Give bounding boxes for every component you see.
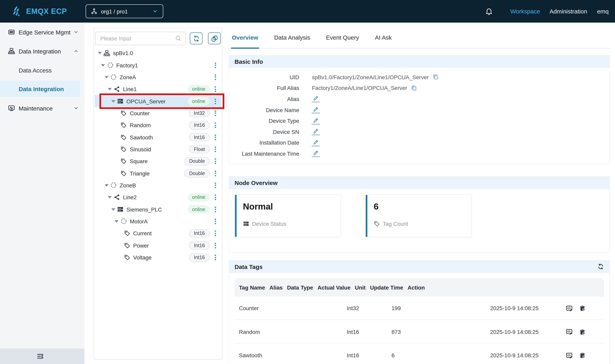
tab[interactable]: Event Query bbox=[325, 30, 360, 48]
copy-icon[interactable] bbox=[433, 74, 439, 80]
tree-node[interactable]: OPCUA_Server online bbox=[95, 95, 221, 107]
tree-sync-button[interactable] bbox=[208, 32, 221, 44]
column-header: Update Time bbox=[366, 284, 403, 291]
tab[interactable]: Data Analysis bbox=[273, 30, 311, 48]
tree-node[interactable]: ZoneB bbox=[95, 180, 221, 192]
edit-pencil-icon[interactable] bbox=[312, 117, 320, 124]
tab[interactable]: Overview bbox=[231, 30, 259, 48]
edit-pencil-icon[interactable] bbox=[312, 139, 320, 146]
edit-pencil-icon[interactable] bbox=[312, 129, 320, 135]
tree-node[interactable]: Sinusoid Float bbox=[95, 143, 221, 156]
kebab-menu-icon[interactable] bbox=[212, 243, 218, 248]
tree-node[interactable]: ZoneA bbox=[95, 71, 221, 83]
edit-value-icon[interactable] bbox=[566, 328, 573, 335]
tree-node[interactable]: Line2 online bbox=[95, 191, 221, 203]
tree-node-label: Line2 bbox=[123, 194, 188, 201]
kebab-menu-icon[interactable] bbox=[212, 195, 218, 200]
tree-node[interactable]: spBv1.0 bbox=[95, 47, 221, 59]
topbar: EMQX ECP org1 / pro1 WorkspaceAdministra… bbox=[0, 0, 615, 23]
tree-node[interactable]: Line1 online bbox=[95, 83, 221, 95]
caret-down-icon[interactable] bbox=[111, 100, 116, 102]
tree-node[interactable]: Factory1 bbox=[95, 59, 221, 71]
tree-node[interactable]: Sawtooth Int16 bbox=[95, 131, 221, 143]
kebab-menu-icon[interactable] bbox=[212, 111, 218, 116]
sidebar-item-data-integration[interactable]: Data Integration bbox=[0, 42, 84, 61]
tab[interactable]: AI Ask bbox=[374, 30, 393, 48]
table-row[interactable]: Sawtooth Int16 6 2025-10-9 14:08:25 bbox=[235, 344, 604, 364]
stat-card: 6 Tag Count bbox=[365, 195, 471, 237]
clipboard-check-icon[interactable] bbox=[579, 328, 586, 335]
tree-node-label: Factory1 bbox=[116, 62, 212, 68]
tree-node[interactable]: Siemens_PLC online bbox=[95, 203, 221, 215]
table-row[interactable]: Random Int16 873 2025-10-9 14:08:25 bbox=[235, 320, 604, 344]
org-project-selector[interactable]: org1 / pro1 bbox=[85, 4, 163, 18]
kebab-menu-icon[interactable] bbox=[212, 146, 218, 152]
brand[interactable]: EMQX ECP bbox=[12, 6, 67, 17]
tree-node-label: Sawtooth bbox=[130, 134, 189, 140]
caret-down-icon[interactable] bbox=[107, 88, 112, 90]
caret-down-icon[interactable] bbox=[97, 52, 102, 54]
caret-down-icon[interactable] bbox=[111, 208, 116, 210]
node-badge: online bbox=[188, 205, 210, 213]
edit-pencil-icon[interactable] bbox=[312, 106, 320, 113]
tree-search-input[interactable] bbox=[99, 35, 175, 42]
kebab-menu-icon[interactable] bbox=[212, 134, 218, 140]
tree-node[interactable]: Random Int16 bbox=[95, 119, 221, 131]
kebab-menu-icon[interactable] bbox=[212, 207, 218, 212]
table-body: Counter Int32 199 2025-10-9 14:08:25 bbox=[235, 297, 604, 364]
kebab-menu-icon[interactable] bbox=[212, 219, 218, 224]
tree-node[interactable]: Square Double bbox=[95, 155, 221, 167]
tree-node[interactable]: Counter Int32 bbox=[95, 107, 221, 119]
clipboard-check-icon[interactable] bbox=[579, 352, 586, 358]
cell-tag-name: Sawtooth bbox=[235, 352, 289, 358]
data-tags-header: Data Tags bbox=[229, 261, 609, 273]
collapse-sidebar-icon[interactable] bbox=[37, 352, 44, 360]
node-badge: online bbox=[188, 97, 210, 105]
cell-data-type: Int32 bbox=[342, 305, 387, 311]
tree-node[interactable]: Triangle Double bbox=[95, 167, 221, 180]
sidebar-item-maintenance[interactable]: Maintenance bbox=[0, 99, 84, 118]
server-icon bbox=[8, 28, 15, 36]
caret-down-icon[interactable] bbox=[104, 76, 109, 78]
kebab-menu-icon[interactable] bbox=[212, 170, 218, 176]
kebab-menu-icon[interactable] bbox=[212, 159, 218, 164]
section-title: Node Overview bbox=[235, 180, 278, 186]
clipboard-check-icon[interactable] bbox=[579, 305, 586, 311]
tree-node[interactable]: Voltage Int16 bbox=[95, 251, 221, 264]
edit-value-icon[interactable] bbox=[566, 352, 573, 359]
workspace: spBv1.0 Factory1 bbox=[84, 23, 615, 364]
caret-down-icon[interactable] bbox=[104, 184, 109, 187]
tree-node[interactable]: Power Int16 bbox=[95, 239, 221, 251]
caret-down-icon[interactable] bbox=[100, 64, 105, 66]
topbar-nav-item[interactable]: Administration bbox=[550, 8, 587, 15]
tree-node[interactable]: Current Int16 bbox=[95, 227, 221, 239]
node-tree-panel: spBv1.0 Factory1 bbox=[93, 28, 222, 360]
topbar-nav-item[interactable]: Workspace bbox=[510, 8, 540, 15]
kebab-menu-icon[interactable] bbox=[212, 255, 218, 260]
refresh-icon[interactable] bbox=[598, 264, 604, 270]
user-menu[interactable]: emq bbox=[597, 8, 609, 15]
notifications-bell-icon[interactable] bbox=[485, 7, 493, 15]
tree-refresh-button[interactable] bbox=[190, 32, 202, 44]
tag-icon bbox=[120, 158, 127, 165]
tree-node[interactable]: MotorA bbox=[95, 215, 221, 228]
edit-pencil-icon[interactable] bbox=[312, 150, 320, 157]
stat-card: Normal Device Status bbox=[235, 195, 341, 237]
kebab-menu-icon[interactable] bbox=[212, 98, 218, 104]
edit-pencil-icon[interactable] bbox=[312, 96, 320, 102]
sidebar-item-data-access[interactable]: Data Access bbox=[0, 61, 84, 80]
kebab-menu-icon[interactable] bbox=[212, 62, 218, 68]
sidebar-item-data-integration-sub[interactable]: Data Integration bbox=[0, 81, 80, 97]
caret-down-icon[interactable] bbox=[114, 220, 119, 223]
kebab-menu-icon[interactable] bbox=[212, 182, 218, 188]
group-icon bbox=[110, 74, 117, 81]
edit-value-icon[interactable] bbox=[566, 305, 573, 312]
caret-down-icon[interactable] bbox=[107, 196, 112, 199]
sidebar-item-edge-service-mgmt[interactable]: Edge Service Mgmt bbox=[0, 23, 84, 42]
kebab-menu-icon[interactable] bbox=[212, 122, 218, 128]
kebab-menu-icon[interactable] bbox=[212, 231, 218, 236]
kebab-menu-icon[interactable] bbox=[212, 75, 218, 80]
copy-icon[interactable] bbox=[411, 85, 417, 91]
kebab-menu-icon[interactable] bbox=[212, 86, 218, 92]
table-row[interactable]: Counter Int32 199 2025-10-9 14:08:25 bbox=[235, 297, 604, 320]
